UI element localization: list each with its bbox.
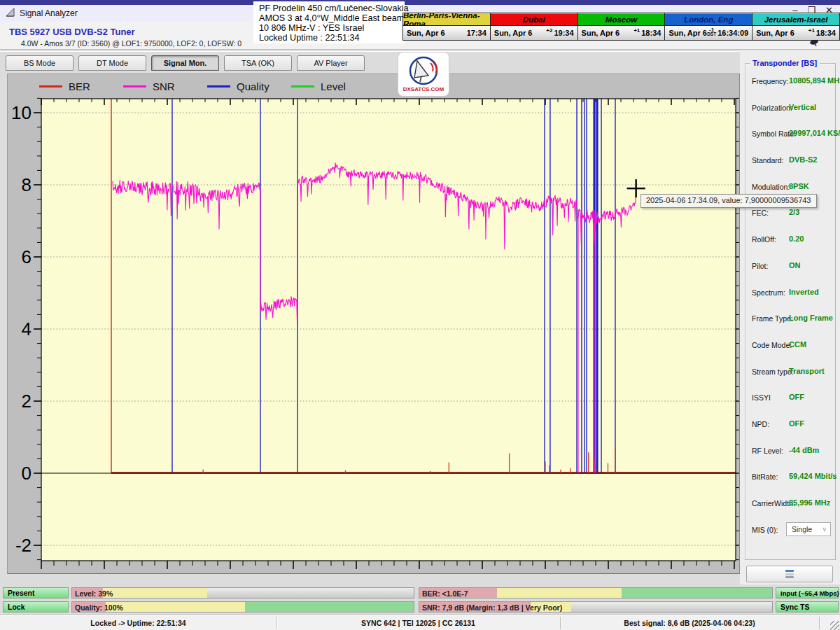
svg-text:0: 0 xyxy=(22,463,31,484)
lock-indicator: Lock xyxy=(3,601,69,612)
info-line: 10 806 MHz-V : YES Israel xyxy=(259,23,399,33)
dxsatcs-logo: DXSATCS.COM xyxy=(398,52,449,97)
site-info-box: PF Prodelin 450 cm/Lučenec-SlovakiaAMOS … xyxy=(253,1,405,43)
transponder-row-polarization: Polarization:Vertical xyxy=(746,102,835,128)
ber-meter-label: BER: <1.0E-7 xyxy=(422,589,468,598)
svg-text:10: 10 xyxy=(11,102,31,123)
snr-meter-label: SNR: 7,9 dB (Margin: 1,3 dB | Very Poor) xyxy=(422,603,562,612)
tab-signal-mon[interactable]: Signal Mon. xyxy=(151,55,219,71)
input-indicator: Input (~55,4 Mbps) xyxy=(776,587,839,598)
transponder-row-bitrate: BitRate:59,424 Mbit/s xyxy=(746,470,835,497)
svg-text:8: 8 xyxy=(22,174,31,195)
transponder-groupbox: Transponder [BS] Frequency:10805,894 MHz… xyxy=(745,63,836,560)
transponder-row-carrierwidth: CarrierWidth:35,996 MHz xyxy=(746,497,835,524)
status-sync-counters: SYNC 642 | TEI 12025 | CC 26131 xyxy=(276,615,560,630)
transponder-row-rf-level: RF Level:-44 dBm xyxy=(746,444,835,471)
status-bar: Locked -> Uptime: 22:51:34 SYNC 642 | TE… xyxy=(0,615,840,630)
transponder-value: OFF xyxy=(789,393,804,401)
chart-tooltip: 2025-04-06 17.34.09, value: 7,9000000953… xyxy=(640,194,817,208)
clock-city-label: Berlin-Paris-Vienna-Roma xyxy=(403,13,490,26)
transponder-row-stream-type: Stream type:Transport xyxy=(746,365,835,392)
status-best-signal: Best signal: 8,6 dB (2025-04-06 04:23) xyxy=(560,615,819,630)
info-line: AMOS 3 at 4,0°W_Middle East beam xyxy=(259,13,399,23)
transponder-value: -44 dBm xyxy=(789,446,819,454)
clock-time-row: Sun, Apr 6+118:34 xyxy=(752,26,839,40)
transponder-value: 29997,014 KS/s xyxy=(789,129,840,137)
transponder-value: CCM xyxy=(789,340,806,349)
world-clocks: Berlin-Paris-Vienna-RomaSun, Apr 617:34D… xyxy=(402,13,840,41)
quality-meter-label: Quality: 100% xyxy=(75,603,123,612)
transponder-row-spectrum: Spectrum:Inverted xyxy=(746,286,835,313)
tuner-title: TBS 5927 USB DVB-S2 Tuner xyxy=(9,27,135,37)
transponder-row-frame-type: Frame Type:Long Frame xyxy=(746,312,835,339)
transponder-row-rolloff: RollOff:0.20 xyxy=(746,233,835,260)
clock-jerusalem-israel: Jerusalem-IsraelSun, Apr 6+118:34 xyxy=(752,13,839,40)
tuner-subtitle: 4.0W - Amos 3/7 (ID: 3560) @ LOF1: 97500… xyxy=(21,39,241,48)
clock-city-label: Moscow xyxy=(578,13,665,26)
transponder-row-issyi: ISSYIOFF xyxy=(746,391,835,418)
svg-text:6: 6 xyxy=(22,246,31,267)
clock-time-row: Sun, Apr 6+118:34 xyxy=(578,26,665,40)
transponder-row-standard: Standard:DVB-S2 xyxy=(746,154,835,181)
clock-city-label: Dubai xyxy=(491,13,578,26)
svg-text:-2: -2 xyxy=(15,535,31,556)
transponder-value: 59,424 Mbit/s xyxy=(789,472,836,480)
service-list-button[interactable] xyxy=(746,566,833,582)
transponder-row-mis-0: MIS (0):Single∨ xyxy=(746,524,835,550)
clock-london-eng: London, EngSun, Apr 6-1DST16:34:09 xyxy=(665,13,752,40)
info-line: Locked Uptime : 22:51:34 xyxy=(259,33,399,43)
tab-dt-mode[interactable]: DT Mode xyxy=(78,55,146,71)
transponder-value: OFF xyxy=(789,419,804,428)
tab-tsa-ok[interactable]: TSA (OK) xyxy=(224,55,292,71)
transponder-value: 10805,894 MHz xyxy=(789,76,840,85)
list-icon xyxy=(785,570,794,572)
tab-bs-mode[interactable]: BS Mode xyxy=(6,55,74,71)
transponder-sidebar: Transponder [BS] Frequency:10805,894 MHz… xyxy=(740,50,840,584)
transponder-row-symbol-rate: Symbol Rate:29997,014 KS/s xyxy=(746,127,835,154)
signal-chart[interactable]: BERSNRQualityLevel 1086420-2 xyxy=(7,74,740,574)
clock-moscow: MoscowSun, Apr 6+118:34 xyxy=(578,13,666,40)
quality-meter: Quality: 100% xyxy=(71,601,414,612)
transponder-row-pilot: Pilot:ON xyxy=(746,260,835,286)
sync-indicator: Sync TS xyxy=(776,601,839,612)
clock-time-row: Sun, Apr 6+219:34 xyxy=(491,26,578,40)
ber-meter: BER: <1.0E-7 xyxy=(419,587,773,598)
svg-text:2: 2 xyxy=(22,391,31,412)
window-top-edge xyxy=(0,0,840,5)
transponder-row-fec: FEC:2/3 xyxy=(746,206,835,233)
transponder-row-npd: NPD:OFF xyxy=(746,418,835,444)
transponder-value: 35,996 MHz xyxy=(789,498,830,507)
window-title: Signal Analyzer xyxy=(20,8,78,18)
snr-meter: SNR: 7,9 dB (Margin: 1,3 dB | Very Poor) xyxy=(419,601,773,612)
transponder-value: 2/3 xyxy=(789,208,799,216)
transponder-title: Transponder [BS] xyxy=(750,59,820,67)
clock-time-row: Sun, Apr 6-1DST16:34:09 xyxy=(665,26,752,40)
transponder-row-code-mode: Code Mode:CCM xyxy=(746,339,835,365)
present-indicator: Present xyxy=(3,587,69,598)
mis-select[interactable]: Single∨ xyxy=(786,522,831,536)
signal-analyzer-window: Signal Analyzer – ❒ ✕ TBS 5927 USB DVB-S… xyxy=(0,0,840,630)
mode-tabs: BS ModeDT ModeSignal Mon.TSA (OK)AV Play… xyxy=(6,55,365,71)
transponder-value: Long Frame xyxy=(789,314,833,322)
level-meter: Level: 39% xyxy=(71,587,414,598)
info-line: PF Prodelin 450 cm/Lučenec-Slovakia xyxy=(259,4,399,13)
clock-berlin-paris-vienna-roma: Berlin-Paris-Vienna-RomaSun, Apr 617:34 xyxy=(403,13,491,40)
level-meter-label: Level: 39% xyxy=(75,589,113,598)
transponder-value: Vertical xyxy=(789,103,816,111)
transponder-value: Inverted xyxy=(789,288,819,296)
transponder-row-frequency: Frequency:10805,894 MHz xyxy=(746,75,835,102)
transponder-value: Transport xyxy=(789,367,825,375)
clock-city-label: Jerusalem-Israel xyxy=(752,13,839,26)
app-icon xyxy=(6,7,15,20)
transponder-value: 8PSK xyxy=(789,182,809,190)
clock-time-row: Sun, Apr 617:34 xyxy=(403,26,490,40)
transponder-value: DVB-S2 xyxy=(789,155,817,164)
chart-plot[interactable]: 1086420-2 xyxy=(8,74,739,573)
tab-av-player[interactable]: AV Player xyxy=(297,55,365,71)
logo-text: DXSATCS.COM xyxy=(403,86,444,92)
svg-text:4: 4 xyxy=(22,318,31,340)
transponder-value: 0.20 xyxy=(789,234,804,243)
status-uptime: Locked -> Uptime: 22:51:34 xyxy=(0,615,276,630)
resize-grip[interactable] xyxy=(830,621,839,630)
chevron-down-icon: ∨ xyxy=(822,526,827,533)
